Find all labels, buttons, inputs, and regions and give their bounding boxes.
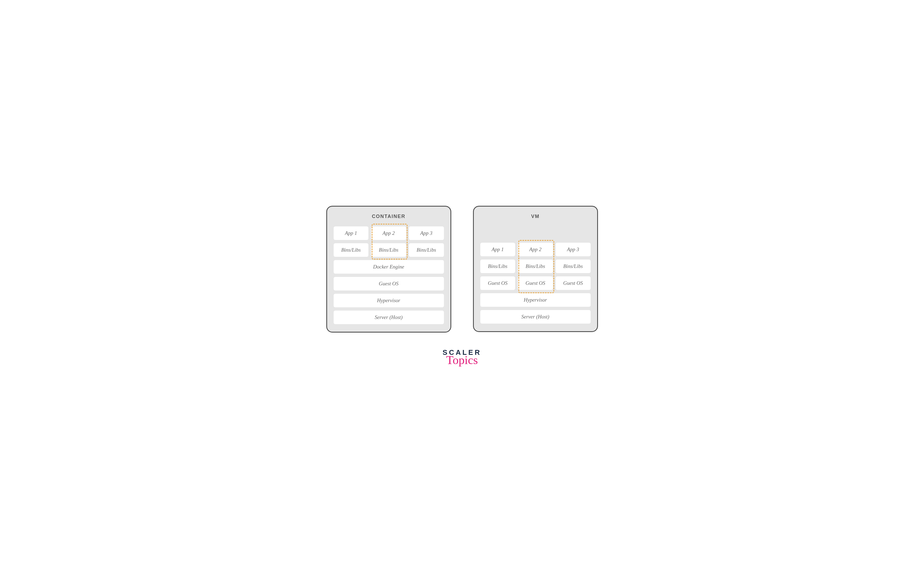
container-layer-server-host: Server (Host): [333, 311, 444, 324]
vm-stack: App 1 App 2 App 3 Bins/Libs Bins/Libs Bi…: [480, 243, 591, 323]
vm-apps-row: App 1 App 2 App 3: [480, 243, 591, 256]
container-layer-docker-engine: Docker Engine: [333, 260, 444, 274]
container-bins-2: Bins/Libs: [371, 243, 406, 257]
vm-os-1: Guest OS: [480, 277, 516, 290]
vm-bins-2: Bins/Libs: [518, 260, 553, 273]
vm-layer-server-host: Server (Host): [480, 310, 591, 323]
vm-os-row: Guest OS Guest OS Guest OS: [480, 277, 591, 290]
vm-panel: VM App 1 App 2 App 3 Bins/Libs Bins/Libs…: [473, 206, 598, 332]
container-app-1: App 1: [333, 226, 369, 240]
container-layer-guest-os: Guest OS: [333, 277, 444, 291]
vm-bins-row: Bins/Libs Bins/Libs Bins/Libs: [480, 260, 591, 273]
vm-os-2: Guest OS: [518, 277, 553, 290]
vm-title: VM: [480, 207, 591, 226]
vm-bins-1: Bins/Libs: [480, 260, 516, 273]
container-title: CONTAINER: [333, 207, 444, 226]
container-bins-row: Bins/Libs Bins/Libs Bins/Libs: [333, 243, 444, 257]
diagram-row: CONTAINER App 1 App 2 App 3 Bins/Libs Bi…: [326, 206, 598, 333]
container-apps-row: App 1 App 2 App 3: [333, 226, 444, 240]
container-app-2: App 2: [371, 226, 406, 240]
brand-logo: SCALER Topics: [443, 349, 481, 366]
vm-app-2: App 2: [518, 243, 553, 256]
vm-layer-hypervisor: Hypervisor: [480, 293, 591, 307]
vm-app-3: App 3: [556, 243, 591, 256]
vm-top-spacer: [480, 226, 591, 243]
container-bins-3: Bins/Libs: [409, 243, 444, 257]
vm-os-3: Guest OS: [556, 277, 591, 290]
brand-line-2: Topics: [443, 354, 481, 366]
container-stack: App 1 App 2 App 3 Bins/Libs Bins/Libs Bi…: [333, 226, 444, 324]
container-panel: CONTAINER App 1 App 2 App 3 Bins/Libs Bi…: [326, 206, 451, 333]
vm-bins-3: Bins/Libs: [556, 260, 591, 273]
container-bins-1: Bins/Libs: [333, 243, 369, 257]
container-app-3: App 3: [409, 226, 444, 240]
vm-app-1: App 1: [480, 243, 516, 256]
container-layer-hypervisor: Hypervisor: [333, 294, 444, 307]
